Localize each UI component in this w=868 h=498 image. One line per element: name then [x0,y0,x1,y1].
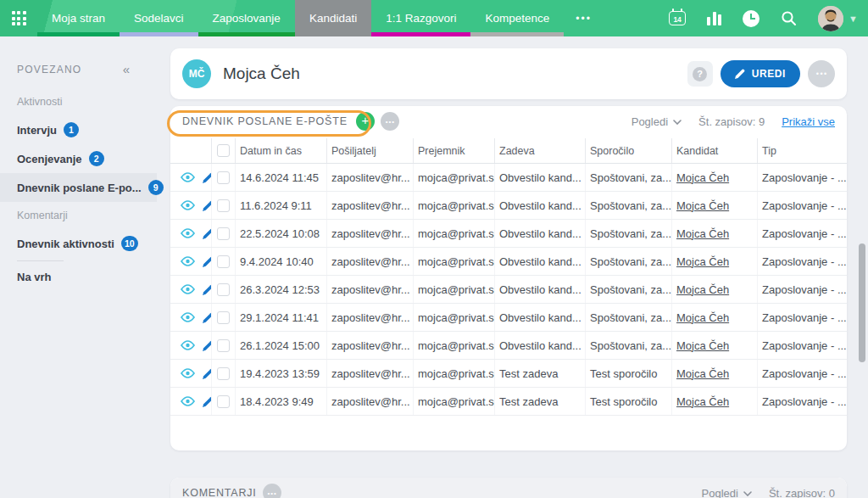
cell-datetime: 26.1.2024 15:00 [235,332,326,359]
sidebar-item[interactable]: Ocenjevanje 2 [0,144,157,173]
cell-subject: Obvestilo kand... [494,164,585,191]
cell-subject: Obvestilo kand... [494,304,585,331]
help-button[interactable]: ? [687,61,713,87]
calendar-icon[interactable]: 14 [669,11,686,25]
sidebar-item-label: Ocenjevanje [17,153,82,165]
email-log-more-button[interactable]: ••• [381,112,399,131]
search-icon[interactable] [781,10,797,26]
cell-message: Spoštovani, za... [585,332,671,359]
column-header[interactable]: Tip [757,138,847,163]
add-record-button[interactable]: + [356,112,375,131]
candidate-link[interactable]: Mojca Čeh [676,367,729,380]
candidate-link[interactable]: Mojca Čeh [676,255,729,268]
row-checkbox[interactable] [217,255,230,268]
edit-button[interactable]: UREDI [721,60,800,87]
cell-message: Test sporočilo [585,360,671,387]
comments-more-button[interactable]: ••• [263,484,281,498]
nav-tab-label: Zaposlovanje [213,12,281,25]
row-checkbox[interactable] [217,199,230,212]
candidate-link[interactable]: Mojca Čeh [676,311,729,324]
nav-tab[interactable]: Kandidati [295,0,371,36]
sidebar-item[interactable]: Dnevnik aktivnosti 10 [0,229,157,258]
nav-more-tabs[interactable]: ••• [564,0,604,36]
row-checkbox[interactable] [217,395,230,408]
row-checkbox[interactable] [217,311,230,324]
vertical-scrollbar[interactable] [859,243,865,362]
nav-tab[interactable]: Kompetence [470,0,564,36]
edit-icon[interactable] [203,256,211,267]
nav-tab-underline [120,32,198,36]
candidate-link[interactable]: Mojca Čeh [676,227,729,240]
row-checkbox[interactable] [217,367,230,380]
view-icon[interactable] [181,284,195,294]
count-badge: 2 [89,151,104,166]
candidate-link[interactable]: Mojca Čeh [676,171,729,184]
table-header-row: Datum in časPošiljateljPrejemnikZadevaSp… [170,138,847,164]
candidate-link[interactable]: Mojca Čeh [676,283,729,296]
cell-datetime: 11.6.2024 9:11 [235,192,326,219]
candidate-link[interactable]: Mojca Čeh [676,199,729,212]
edit-icon[interactable] [203,396,211,407]
view-icon[interactable] [181,396,195,406]
cell-recipient: mojca@privat.si [413,164,494,191]
select-all-checkbox[interactable] [217,144,230,157]
user-menu[interactable]: ▼ [818,6,858,31]
row-checkbox[interactable] [217,339,230,352]
cell-datetime: 9.4.2024 10:40 [235,248,326,275]
collapse-sidebar-icon[interactable]: « [123,62,140,76]
clock-icon[interactable] [743,10,760,27]
candidate-link[interactable]: Mojca Čeh [676,395,729,408]
cell-message: Spoštovani, za... [585,164,671,191]
edit-icon[interactable] [203,172,211,183]
nav-tab[interactable]: 1:1 Razgovori [371,0,470,36]
cell-sender: zaposlitev@hr... [326,388,413,415]
column-header[interactable]: Zadeva [494,138,585,163]
user-avatar [818,6,843,31]
row-checkbox[interactable] [217,283,230,296]
cell-type: Zaposlovanje - ... [757,164,847,191]
view-icon[interactable] [181,256,195,266]
view-icon[interactable] [181,368,195,378]
view-icon[interactable] [181,200,195,210]
nav-tab[interactable]: Moja stran [37,0,120,36]
profile-more-button[interactable]: ••• [808,60,835,87]
view-icon[interactable] [181,340,195,350]
candidate-link[interactable]: Mojca Čeh [676,339,729,352]
cell-datetime: 18.4.2023 9:49 [235,388,326,415]
sidebar-item[interactable]: Intervju 1 [0,115,157,144]
view-icon[interactable] [181,172,195,182]
views-dropdown[interactable]: Pogledi [632,115,682,128]
column-header[interactable]: Kandidat [671,138,757,163]
row-checkbox[interactable] [217,227,230,240]
edit-icon[interactable] [203,312,211,323]
edit-icon[interactable] [203,228,211,239]
nav-tab-label: Kompetence [485,12,549,25]
view-icon[interactable] [181,228,195,238]
cell-recipient: mojca@privat.si [413,276,494,303]
edit-icon[interactable] [203,284,211,295]
cell-type: Zaposlovanje - ... [757,388,847,415]
show-all-link[interactable]: Prikaži vse [782,115,835,128]
cell-type: Zaposlovanje - ... [757,248,847,275]
column-header[interactable]: Prejemnik [413,138,494,163]
record-count: Št. zapisov: 9 [698,115,765,128]
sidebar-item[interactable]: Dnevnik poslane E-po... 9 [0,173,157,202]
edit-icon[interactable] [203,200,211,211]
comments-views-dropdown[interactable]: Pogledi [702,487,752,498]
profile-header-card: MČ Mojca Čeh ? UREDI ••• [170,48,847,99]
sidebar-item[interactable]: Na vrh [0,264,157,290]
nav-tab[interactable]: Sodelavci [120,0,198,36]
edit-icon[interactable] [203,368,211,379]
table-row: 29.1.2024 11:41 zaposlitev@hr... mojca@p… [170,304,847,332]
app-grid-icon[interactable] [0,0,37,36]
cell-message: Spoštovani, za... [585,248,671,275]
edit-icon[interactable] [203,340,211,351]
cell-sender: zaposlitev@hr... [326,332,413,359]
nav-tab[interactable]: Zaposlovanje [198,0,295,36]
row-checkbox[interactable] [217,171,230,184]
column-header[interactable]: Datum in čas [235,138,326,163]
view-icon[interactable] [181,312,195,322]
reports-icon[interactable] [707,12,721,25]
column-header[interactable]: Pošiljatelj [326,138,413,163]
column-header[interactable]: Sporočilo [585,138,671,163]
